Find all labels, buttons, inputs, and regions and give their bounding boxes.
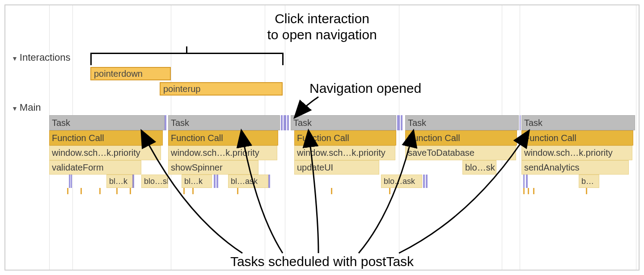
flame-blk-segment[interactable]: bl…ask xyxy=(228,175,268,188)
flame-sched-segment[interactable]: saveToDatabase xyxy=(405,146,516,160)
flame-stripe xyxy=(132,175,134,188)
flame-tick xyxy=(331,188,332,194)
flame-stripe xyxy=(268,175,270,188)
flame-stripe xyxy=(423,175,425,188)
flame-stripe xyxy=(216,175,218,188)
flame-func-segment[interactable]: Function Call xyxy=(294,130,396,146)
flame-blk-segment[interactable]: blo…sk xyxy=(141,175,168,188)
flame-sched-segment[interactable]: window.sch…k.priority xyxy=(49,146,161,160)
flame-act-segment[interactable]: showSpinner xyxy=(168,160,258,175)
flame-tick xyxy=(80,188,82,194)
flame-act-segment[interactable]: sendAnalytics xyxy=(521,160,629,175)
timeline-gridline xyxy=(636,5,636,270)
flame-tick xyxy=(523,188,525,194)
chevron-down-icon: ▼ xyxy=(12,55,18,62)
flame-tick xyxy=(116,188,118,194)
interaction-pointerup[interactable]: pointerup xyxy=(160,82,283,96)
flame-tick xyxy=(183,188,185,194)
flame-task-segment[interactable]: Task xyxy=(168,115,280,130)
flame-sched-segment[interactable]: window.sch…k.priority xyxy=(168,146,277,160)
interaction-pointerdown[interactable]: pointerdown xyxy=(90,67,171,80)
annotation-navigation-opened: Navigation opened xyxy=(309,80,421,96)
flame-stripe xyxy=(520,115,521,130)
flame-tick xyxy=(528,188,529,194)
devtools-performance-diagram: Click interaction to open navigation ▼In… xyxy=(4,4,640,271)
flame-stripe xyxy=(397,115,400,130)
annotation-line1: Click interaction xyxy=(5,11,639,27)
flame-task-segment[interactable]: Task xyxy=(49,115,165,130)
flame-tick xyxy=(237,188,238,194)
flame-tick xyxy=(130,188,131,194)
flame-stripe xyxy=(165,115,166,130)
track-main-label[interactable]: ▼Main xyxy=(12,102,41,113)
flame-stripe xyxy=(69,175,70,188)
flame-stripe xyxy=(401,115,402,130)
bracket-top xyxy=(90,47,284,65)
flame-blk-segment[interactable]: bl…k xyxy=(182,175,212,188)
track-interactions-label[interactable]: ▼Interactions xyxy=(12,52,71,63)
annotation-line2: to open navigation xyxy=(5,27,639,43)
flame-stripe xyxy=(214,175,216,188)
flame-func-segment[interactable]: Function Call xyxy=(49,130,163,146)
flame-act-segment[interactable]: validateForm xyxy=(49,160,141,175)
flame-func-segment[interactable]: Function Call xyxy=(405,130,517,146)
flame-tick xyxy=(192,188,194,194)
flame-stripe xyxy=(284,115,286,130)
flame-chart[interactable]: TaskTaskTaskTaskTask Function CallFuncti… xyxy=(49,115,636,204)
flame-stripe xyxy=(287,115,289,130)
flame-stripe xyxy=(526,175,528,188)
annotation-click-interaction: Click interaction to open navigation xyxy=(5,11,639,43)
flame-stripe xyxy=(523,175,525,188)
flame-tick xyxy=(389,188,390,194)
flame-act-segment[interactable]: blo…sk xyxy=(462,160,496,175)
flame-sched-segment[interactable]: window.sch…k.priority xyxy=(294,146,395,160)
flame-sched-segment[interactable]: window.sch…k.priority xyxy=(521,146,632,160)
flame-task-segment[interactable]: Task xyxy=(291,115,396,130)
flame-blk-segment[interactable]: bl…k xyxy=(106,175,133,188)
flame-act-segment[interactable]: updateUI xyxy=(294,160,379,175)
chevron-down-icon: ▼ xyxy=(12,105,18,112)
flame-func-segment[interactable]: Function Call xyxy=(168,130,278,146)
flame-stripe xyxy=(281,115,283,130)
flame-stripe xyxy=(71,175,72,188)
flame-stripe xyxy=(426,175,428,188)
flame-task-segment[interactable]: Task xyxy=(521,115,635,130)
flame-tick xyxy=(586,188,587,194)
flame-tick xyxy=(533,188,534,194)
flame-task-segment[interactable]: Task xyxy=(405,115,519,130)
flame-tick xyxy=(99,188,101,194)
annotation-tasks-scheduled: Tasks scheduled with postTask xyxy=(5,254,639,270)
flame-blk-segment[interactable]: b… xyxy=(579,175,599,188)
flame-func-segment[interactable]: Function Call xyxy=(521,130,633,146)
flame-blk-segment[interactable]: blo…ask xyxy=(381,175,422,188)
flame-tick xyxy=(67,188,68,194)
